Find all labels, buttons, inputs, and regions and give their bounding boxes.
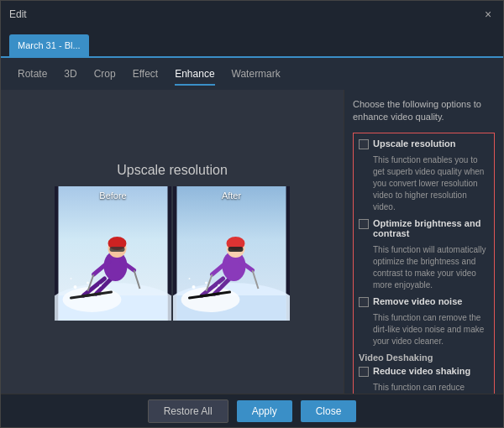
noise-checkbox[interactable] [359,297,369,307]
window-title: Edit [9,8,481,20]
svg-point-18 [71,278,72,279]
upscale-desc: This function enables you to get superb … [373,154,489,213]
enhance-options-section: Upscale resolution This function enables… [353,133,495,394]
tab-3d[interactable]: 3D [64,64,76,84]
svg-point-37 [205,282,207,284]
tab-effect[interactable]: Effect [133,64,158,84]
title-bar: Edit × [1,1,503,28]
shaking-checkbox[interactable] [359,367,369,377]
after-image [173,186,290,321]
tab-bar: March 31 - Bl... [1,28,503,58]
svg-point-39 [218,284,220,287]
svg-point-38 [189,278,191,279]
preview-title: Upscale resolution [117,163,228,178]
brightness-desc: This function will automatically optimiz… [373,244,489,291]
noise-option-row: Remove video noise [359,296,489,309]
upscale-option-row: Upscale resolution [359,138,489,151]
tab-crop[interactable]: Crop [94,64,116,84]
nav-tabs: Rotate 3D Crop Effect Enhance Watermark [1,58,503,90]
upscale-checkbox[interactable] [359,139,369,149]
svg-rect-35 [228,247,244,252]
file-tab[interactable]: March 31 - Bl... [9,34,89,56]
edit-window: Edit × March 31 - Bl... Rotate 3D Crop E… [0,0,504,428]
apply-button[interactable]: Apply [237,400,292,422]
upscale-title: Upscale resolution [373,138,455,149]
noise-title: Remove video noise [373,296,462,306]
right-panel-intro: Choose the following options to enhance … [353,98,495,124]
shaking-title: Reduce video shaking [373,366,470,376]
after-label: After [222,191,241,201]
brightness-option-row: Optimize brightness and contrast [359,218,489,241]
after-pane: After [173,186,290,321]
brightness-checkbox[interactable] [359,219,369,229]
close-icon[interactable]: × [481,8,495,21]
close-button[interactable]: Close [301,400,357,422]
tab-watermark[interactable]: Watermark [232,64,281,84]
before-label: Before [99,191,126,201]
restore-all-button[interactable]: Restore All [148,399,228,423]
svg-point-36 [192,285,196,289]
brightness-title: Optimize brightness and contrast [373,218,489,238]
before-image [55,186,171,321]
preview-container: Before [55,186,290,321]
bottom-bar: Restore All Apply Close [1,394,503,427]
before-pane: Before [55,186,171,321]
svg-rect-15 [110,247,125,252]
svg-point-16 [74,285,77,289]
shaking-desc: This function can reduce shaking motion … [373,382,489,394]
deshaking-section-label: Video Deshaking [359,352,489,363]
left-panel: Upscale resolution Before [1,90,344,394]
svg-point-17 [87,282,89,284]
main-content: Upscale resolution Before [1,90,503,394]
shaking-option-row: Reduce video shaking [359,366,489,378]
tab-enhance[interactable]: Enhance [175,64,214,84]
right-panel: Choose the following options to enhance … [344,90,503,394]
svg-point-19 [99,284,102,287]
tab-rotate[interactable]: Rotate [18,64,47,84]
noise-desc: This function can remove the dirt-like v… [373,312,489,347]
